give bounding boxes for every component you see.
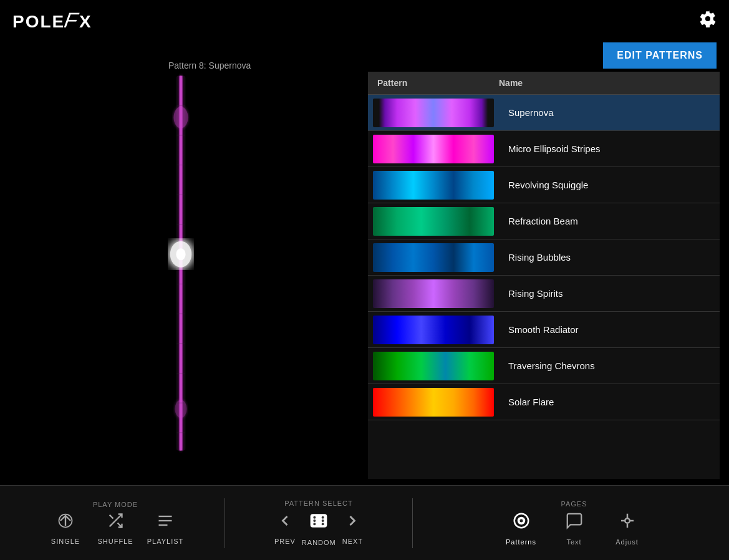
svg-point-28 [322,519,324,522]
pattern-row-4[interactable]: Refraction Beam [368,203,720,239]
text-page-label: Text [566,538,581,546]
pattern-thumb-7 [368,314,499,346]
pattern-row-9[interactable]: Solar Flare [368,384,720,420]
pattern-select-label: PATTERN SELECT [284,500,353,507]
pattern-name-9: Solar Flare [499,397,720,407]
pages-label: PAGES [561,500,587,508]
pattern-thumb-1 [368,97,499,129]
edit-patterns-button[interactable]: EDIT PATTERNS [603,42,717,69]
pages-buttons: Patterns Text [503,511,646,546]
pattern-name-4: Refraction Beam [499,216,720,226]
pattern-select-section: PATTERN SELECT PREV [231,500,406,546]
pattern-name-8: Traversing Chevrons [499,360,720,371]
pattern-name-5: Rising Bubbles [499,252,720,263]
svg-point-27 [314,519,316,522]
pages-section: PAGES Patterns Text [419,500,729,546]
single-label: SINGLE [51,538,80,545]
prev-icon [276,512,294,534]
thumb-image-1 [373,99,494,127]
thumb-image-3 [373,171,494,200]
pattern-name-1: Supernova [499,107,720,118]
thumb-image-2 [373,135,494,163]
pattern-select-buttons: PREV RANDOM [274,511,363,546]
thumb-image-5 [373,243,494,272]
patterns-page-icon [512,511,531,534]
pattern-thumb-5 [368,241,499,274]
next-icon [344,512,361,534]
shuffle-icon [107,512,124,534]
random-label: RANDOM [302,539,336,546]
play-mode-buttons: SINGLE SHUFFLE PLAYLIST [47,512,184,545]
thumb-image-7 [373,316,494,344]
col-pattern-header: Pattern [368,78,499,88]
pattern-name-3: Revolving Squiggle [499,180,720,190]
divider-1 [224,498,225,548]
thumb-image-6 [373,279,494,308]
gear-icon [699,10,717,27]
pattern-name-7: Smooth Radiator [499,324,720,335]
pattern-list-header: Pattern Name [368,72,720,95]
next-label: NEXT [342,538,363,545]
svg-point-36 [625,518,630,523]
play-mode-section: PLAY MODE SINGLE SHUFFLE [0,501,218,545]
shuffle-label: SHUFFLE [97,538,133,545]
adjust-page-icon [618,511,637,534]
random-icon [309,511,329,535]
patterns-page-label: Patterns [506,538,536,546]
svg-point-26 [322,523,324,525]
shuffle-mode-button[interactable]: SHUFFLE [97,512,134,545]
page-patterns-button[interactable]: Patterns [503,511,540,546]
thumb-image-8 [373,352,494,380]
playlist-mode-button[interactable]: PLAYLIST [147,512,184,545]
pattern-row-5[interactable]: Rising Bubbles [368,239,720,276]
play-mode-label: PLAY MODE [93,501,138,508]
prev-label: PREV [274,538,296,545]
pattern-name-6: Rising Spirits [499,288,720,299]
divider-2 [412,498,413,548]
svg-point-23 [314,516,316,519]
pole-container [156,70,206,456]
logo: POLEFX [12,9,92,32]
svg-point-25 [314,523,316,525]
pattern-row-3[interactable]: Revolving Squiggle [368,167,720,203]
playlist-label: PLAYLIST [147,538,184,545]
thumb-image-4 [373,207,494,236]
single-icon [57,512,74,534]
pattern-row-7[interactable]: Smooth Radiator [368,312,720,348]
thumb-image-9 [373,388,494,417]
page-adjust-button[interactable]: Adjust [609,511,646,546]
adjust-page-label: Adjust [616,538,639,546]
header: POLEFX [0,0,729,41]
pattern-row-6[interactable]: Rising Spirits [368,276,720,312]
pattern-list: Pattern Name SupernovaMicro Ellipsoid St… [368,72,720,479]
svg-point-24 [322,516,324,519]
pattern-row-1[interactable]: Supernova [368,95,720,131]
logo-text: POLEFX [12,9,92,32]
pattern-thumb-9 [368,386,499,418]
svg-point-5 [174,107,188,128]
prev-button[interactable]: PREV [274,512,296,545]
col-name-header: Name [499,78,720,88]
page-text-button[interactable]: Text [556,511,593,546]
svg-rect-22 [311,514,327,527]
svg-point-6 [175,400,186,418]
random-button[interactable]: RANDOM [302,511,336,546]
pattern-thumb-2 [368,133,499,165]
pattern-row-8[interactable]: Traversing Chevrons [368,348,720,384]
bottom-bar: PLAY MODE SINGLE SHUFFLE [0,485,729,560]
next-button[interactable]: NEXT [342,512,363,545]
text-page-icon [565,511,584,534]
pattern-thumb-6 [368,278,499,310]
pattern-row-2[interactable]: Micro Ellipsoid Stripes [368,131,720,167]
pole-area [0,41,362,485]
settings-button[interactable] [699,10,717,31]
playlist-icon [157,512,174,534]
pattern-thumb-8 [368,350,499,382]
svg-point-4 [176,248,185,260]
single-mode-button[interactable]: SINGLE [47,512,84,545]
pattern-name-2: Micro Ellipsoid Stripes [499,143,720,154]
pattern-thumb-4 [368,205,499,238]
pole-visualization [156,70,206,456]
svg-point-31 [519,519,523,523]
pattern-thumb-3 [368,169,499,201]
